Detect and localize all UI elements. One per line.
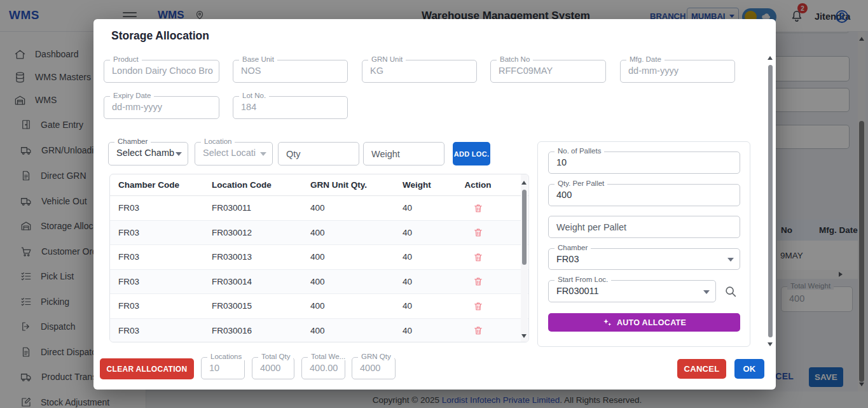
scrollbar-thumb[interactable] — [768, 65, 773, 337]
auto-allocate-button[interactable]: AUTO ALLOCATE — [548, 313, 740, 332]
total-weight-field: Total We... 400.00 — [301, 357, 345, 379]
ok-button[interactable]: OK — [734, 359, 764, 379]
chevron-down-icon — [727, 258, 734, 262]
grn-qty-field: GRN Qty 4000 — [352, 357, 396, 379]
scroll-up-icon[interactable] — [768, 56, 773, 60]
table-row: FR03 FR030015 400 40 — [110, 294, 528, 319]
start-from-loc-select[interactable]: Start From Loc. FR030011 — [548, 280, 716, 302]
total-qty-field: Total Qty 4000 — [252, 357, 294, 379]
qty-per-pallet-field[interactable]: Qty. Per Pallet 400 — [548, 184, 740, 206]
allocation-table: Chamber Code Location Code GRN Unit Qty.… — [109, 174, 529, 342]
scroll-down-icon[interactable] — [768, 342, 773, 346]
table-row: FR03 FR030011 400 40 — [110, 196, 528, 221]
chevron-down-icon — [703, 290, 710, 294]
table-row: FR03 FR030016 400 40 — [110, 319, 528, 343]
chevron-down-icon — [176, 152, 182, 156]
delete-row-icon[interactable] — [473, 252, 483, 262]
product-field: Product London Dairy Choco Bro — [104, 60, 219, 83]
clear-allocation-button[interactable]: CLEAR ALLOCATION — [100, 358, 194, 379]
cancel-button[interactable]: CANCEL — [677, 359, 726, 379]
pallet-panel: No. of Pallets 10 Qty. Per Pallet 400 Ch… — [537, 141, 750, 347]
weight-input[interactable] — [364, 143, 444, 165]
qty-input[interactable] — [279, 143, 359, 165]
table-row: FR03 FR030013 400 40 — [110, 245, 528, 270]
sparkle-icon — [602, 318, 612, 328]
table-header-row: Chamber Code Location Code GRN Unit Qty.… — [110, 174, 528, 196]
weight-per-pallet-input[interactable] — [549, 216, 740, 237]
delete-row-icon[interactable] — [473, 227, 483, 237]
chevron-down-icon — [260, 152, 266, 156]
locations-total-field: Locations 10 — [201, 357, 245, 379]
table-row: FR03 FR030012 400 40 — [110, 221, 528, 246]
storage-allocation-dialog: Storage Allocation Product London Dairy … — [93, 19, 776, 390]
scroll-up-icon[interactable] — [521, 181, 527, 185]
dialog-scrollbar[interactable] — [767, 52, 774, 349]
table-scrollbar[interactable] — [521, 174, 528, 342]
lot-no-field: Lot No. 184 — [233, 96, 348, 119]
chamber-select[interactable]: Chamber Select Chamb — [108, 142, 188, 165]
scroll-down-icon[interactable] — [521, 334, 527, 338]
add-location-button[interactable]: ADD LOC. — [453, 142, 490, 165]
search-location-icon[interactable] — [724, 285, 738, 299]
batch-no-field: Batch No RFFC09MAY — [490, 60, 606, 83]
base-unit-field: Base Unit NOS — [233, 60, 348, 83]
delete-row-icon[interactable] — [473, 325, 483, 335]
mfg-date-field: Mfg. Date dd-mm-yyyy — [620, 60, 735, 83]
weight-per-pallet-wrap — [548, 216, 740, 238]
no-of-pallets-field[interactable]: No. of Pallets 10 — [548, 151, 740, 174]
delete-row-icon[interactable] — [473, 301, 483, 311]
dialog-title: Storage Allocation — [111, 29, 209, 43]
location-select[interactable]: Location Select Locati — [195, 142, 273, 165]
weight-input-wrap — [363, 142, 444, 165]
qty-input-wrap — [278, 142, 359, 165]
delete-row-icon[interactable] — [473, 276, 483, 286]
pallet-chamber-select[interactable]: Chamber FR03 — [548, 248, 740, 270]
scrollbar-thumb[interactable] — [522, 190, 527, 265]
grn-unit-field: GRN Unit KG — [362, 60, 477, 83]
table-row: FR03 FR030014 400 40 — [110, 270, 528, 295]
expiry-date-field: Expiry Date dd-mm-yyyy — [104, 96, 219, 119]
delete-row-icon[interactable] — [473, 203, 483, 213]
